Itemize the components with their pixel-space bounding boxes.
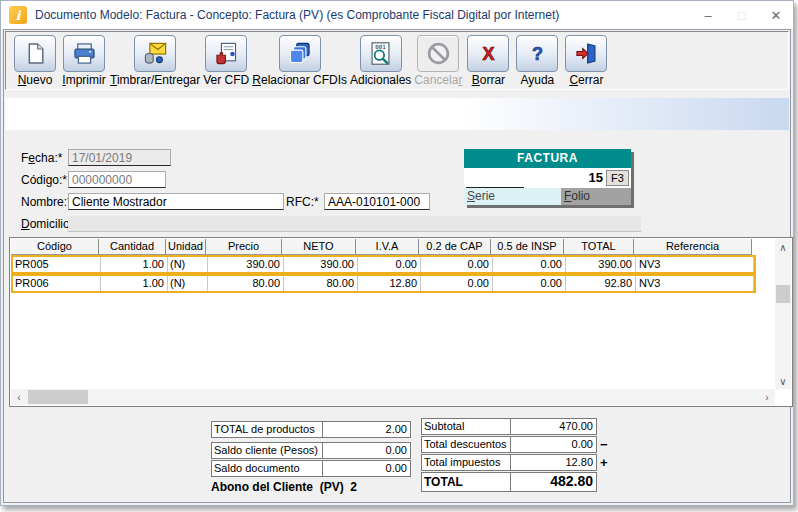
descuentos-value: 0.00	[511, 436, 597, 453]
impuestos-value: 12.80	[511, 454, 597, 471]
cell-precio: 80.00	[208, 276, 284, 291]
scroll-right-icon[interactable]: ›	[759, 389, 775, 405]
close-icon[interactable]: ✕	[759, 1, 793, 29]
toolbar-button-borrar[interactable]: X Borrar	[465, 35, 511, 87]
minimize-icon[interactable]: –	[691, 1, 725, 29]
cell-total: 390.00	[566, 257, 636, 272]
additionals-icon: 001	[367, 40, 394, 67]
items-grid: Código Cantidad Unidad Precio NETO I.V.A…	[9, 237, 793, 407]
vertical-scroll-thumb[interactable]	[776, 285, 790, 303]
fecha-label: Fecha:*	[21, 151, 62, 165]
cell-neto: 80.00	[284, 276, 358, 291]
cell-cantidad: 1.00	[101, 276, 168, 291]
svg-text:X: X	[482, 44, 494, 64]
serie-input[interactable]	[466, 187, 524, 188]
nombre-field[interactable]: Cliente Mostrador	[68, 193, 284, 210]
vertical-scrollbar[interactable]: ∧ ∨	[775, 239, 791, 389]
total-productos-label: TOTAL de productos	[211, 421, 323, 438]
title-bar: i Documento Modelo: Factura - Concepto: …	[1, 1, 793, 29]
toolbar-label: Borrar	[472, 73, 505, 87]
help-icon: ?	[524, 40, 551, 67]
svg-text:?: ?	[532, 44, 543, 64]
toolbar-button-ayuda[interactable]: ? Ayuda	[514, 35, 560, 87]
toolbar-label: Timbrar/Entregar	[110, 73, 200, 87]
grid-header-row: Código Cantidad Unidad Precio NETO I.V.A…	[11, 239, 752, 255]
toolbar-button-ver-cfd[interactable]: Ver CFD	[203, 35, 249, 87]
toolbar-button-nuevo[interactable]: Nuevo	[12, 35, 58, 87]
cell-referencia: NV3	[636, 276, 754, 291]
maximize-icon[interactable]: □	[725, 1, 759, 29]
cell-codigo: PR006	[13, 276, 101, 291]
descuentos-row: Total descuentos 0.00	[421, 436, 597, 453]
saldo-cliente-label: Saldo cliente (Pesos)	[211, 442, 323, 459]
toolbar-label: Imprimir	[62, 73, 105, 87]
cell-total: 92.80	[566, 276, 636, 291]
toolbar: Nuevo Imprimir Timbrar/Entregar	[5, 31, 789, 90]
horizontal-scroll-thumb[interactable]	[28, 390, 88, 404]
grid-header-cell: NETO	[282, 239, 356, 254]
impuestos-label: Total impuestos	[421, 454, 511, 471]
saldo-documento-label: Saldo documento	[211, 460, 323, 477]
app-window: i Documento Modelo: Factura - Concepto: …	[0, 0, 794, 506]
total-productos-row: TOTAL de productos 2.00	[211, 421, 411, 438]
table-row[interactable]: PR005 1.00 (N) 390.00 390.00 0.00 0.00 0…	[11, 255, 756, 274]
toolbar-button-imprimir[interactable]: Imprimir	[61, 35, 107, 87]
grid-header-cell: I.V.A	[356, 239, 419, 254]
toolbar-label: Adicionales	[350, 73, 411, 87]
grid-header-cell: 0.2 de CAP	[419, 239, 491, 254]
toolbar-button-cerrar[interactable]: Cerrar	[563, 35, 609, 87]
rfc-field[interactable]: AAA-010101-000	[324, 193, 430, 210]
total-label: TOTAL	[421, 472, 511, 492]
cancel-icon	[425, 40, 452, 67]
domicilio-field[interactable]	[68, 216, 641, 232]
new-document-icon	[22, 40, 49, 67]
serie-tab[interactable]: Serie	[464, 188, 561, 205]
saldo-documento-value: 0.00	[323, 460, 411, 477]
fecha-field[interactable]: 17/01/2019	[68, 149, 171, 166]
toolbar-button-timbrar-entregar[interactable]: Timbrar/Entregar	[110, 35, 200, 87]
domicilio-label: Domicilio:	[21, 217, 73, 231]
cell-unidad: (N)	[168, 257, 208, 272]
window-controls: – □ ✕	[691, 1, 793, 29]
header-band	[5, 98, 789, 130]
total-row: TOTAL 482.80	[421, 472, 597, 492]
saldo-documento-row: Saldo documento 0.00	[211, 460, 411, 477]
toolbar-button-cancelar: Cancelar	[414, 35, 462, 87]
grid-header-cell: Precio	[206, 239, 282, 254]
scroll-up-icon[interactable]: ∧	[775, 239, 791, 255]
cell-cap: 0.00	[421, 257, 493, 272]
folio-number: 15	[589, 170, 603, 185]
abono-cliente-text: Abono del Cliente (PV) 2	[211, 480, 357, 494]
delete-x-icon: X	[475, 40, 502, 67]
toolbar-label: Ayuda	[520, 73, 554, 87]
printer-icon	[71, 40, 98, 67]
toolbar-label: Nuevo	[18, 73, 53, 87]
folio-tab[interactable]: Folio	[561, 188, 631, 205]
codigo-field[interactable]: 000000000	[68, 171, 166, 188]
cell-cap: 0.00	[421, 276, 493, 291]
cell-insp: 0.00	[493, 276, 566, 291]
subtotal-label: Subtotal	[421, 418, 511, 435]
grid-header-cell: TOTAL	[564, 239, 634, 254]
table-row[interactable]: PR006 1.00 (N) 80.00 80.00 12.80 0.00 0.…	[11, 274, 756, 293]
toolbar-label: Ver CFD	[203, 73, 249, 87]
toolbar-label: Cerrar	[569, 73, 603, 87]
scroll-down-icon[interactable]: ∨	[775, 373, 791, 389]
app-icon: i	[9, 6, 27, 24]
view-cfd-icon	[213, 40, 240, 67]
cell-cantidad: 1.00	[101, 257, 168, 272]
subtotal-value: 470.00	[511, 418, 597, 435]
scroll-left-icon[interactable]: ‹	[11, 389, 27, 405]
horizontal-scrollbar[interactable]: ‹ ›	[11, 389, 775, 405]
saldo-cliente-value: 0.00	[323, 442, 411, 459]
toolbar-button-adicionales[interactable]: 001 Adicionales	[350, 35, 411, 87]
f3-button[interactable]: F3	[606, 170, 629, 186]
cell-insp: 0.00	[493, 257, 566, 272]
toolbar-button-relacionar-cfdis[interactable]: Relacionar CFDIs	[252, 35, 347, 87]
grid-header-cell: Referencia	[634, 239, 752, 254]
relate-cfdis-icon	[286, 40, 313, 67]
cell-iva: 12.80	[358, 276, 421, 291]
grid-header-cell: 0.5 de INSP	[491, 239, 564, 254]
codigo-label: Código:*	[21, 173, 67, 187]
grid-header-cell: Unidad	[166, 239, 206, 254]
